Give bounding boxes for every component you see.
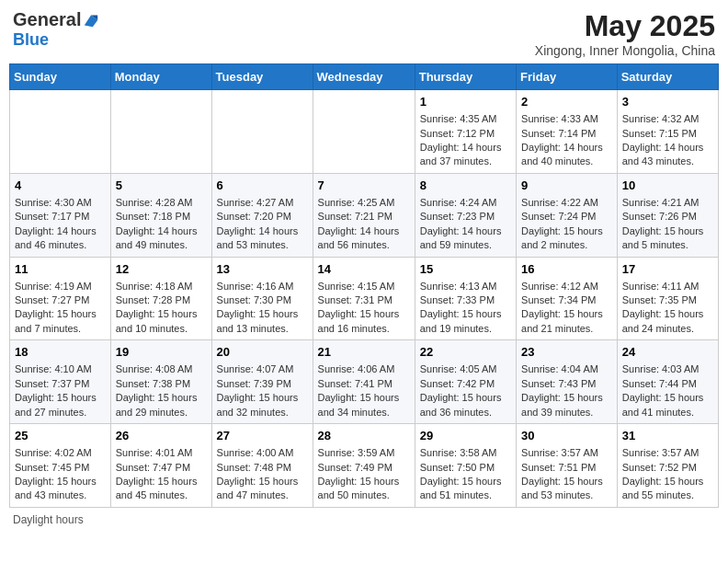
day-number: 12: [116, 261, 207, 278]
day-number: 25: [15, 428, 106, 444]
col-header-tuesday: Tuesday: [211, 64, 313, 90]
day-number: 29: [420, 428, 511, 444]
day-info: Sunrise: 4:28 AM Sunset: 7:18 PM Dayligh…: [116, 196, 207, 253]
day-info: Sunrise: 4:18 AM Sunset: 7:28 PM Dayligh…: [116, 280, 207, 337]
day-number: 13: [217, 261, 308, 278]
calendar-week-4: 18Sunrise: 4:10 AM Sunset: 7:37 PM Dayli…: [10, 340, 719, 424]
day-number: 20: [217, 344, 308, 361]
day-number: 31: [622, 428, 713, 444]
day-number: 1: [420, 94, 511, 110]
calendar-cell: 4Sunrise: 4:30 AM Sunset: 7:17 PM Daylig…: [10, 173, 111, 257]
calendar-cell: 18Sunrise: 4:10 AM Sunset: 7:37 PM Dayli…: [10, 340, 111, 424]
page-header: General Blue May 2025 Xingong, Inner Mon…: [9, 9, 719, 58]
calendar-cell: 5Sunrise: 4:28 AM Sunset: 7:18 PM Daylig…: [110, 173, 211, 257]
calendar-cell: 22Sunrise: 4:05 AM Sunset: 7:42 PM Dayli…: [415, 340, 516, 424]
daylight-label: Daylight hours: [13, 513, 84, 526]
calendar-cell: 29Sunrise: 3:58 AM Sunset: 7:50 PM Dayli…: [415, 424, 516, 508]
day-number: 21: [318, 344, 410, 361]
day-info: Sunrise: 4:33 AM Sunset: 7:14 PM Dayligh…: [521, 112, 612, 169]
day-info: Sunrise: 4:35 AM Sunset: 7:12 PM Dayligh…: [420, 112, 511, 169]
calendar-table: SundayMondayTuesdayWednesdayThursdayFrid…: [9, 63, 719, 508]
day-number: 22: [420, 344, 511, 361]
day-info: Sunrise: 4:06 AM Sunset: 7:41 PM Dayligh…: [318, 362, 410, 419]
calendar-cell: 31Sunrise: 3:57 AM Sunset: 7:52 PM Dayli…: [617, 424, 718, 508]
day-number: 17: [622, 261, 713, 278]
calendar-cell: 12Sunrise: 4:18 AM Sunset: 7:28 PM Dayli…: [110, 257, 211, 340]
calendar-cell: 15Sunrise: 4:13 AM Sunset: 7:33 PM Dayli…: [415, 257, 516, 340]
calendar-cell: 26Sunrise: 4:01 AM Sunset: 7:47 PM Dayli…: [110, 424, 211, 508]
calendar-cell: 27Sunrise: 4:00 AM Sunset: 7:48 PM Dayli…: [211, 424, 313, 508]
day-info: Sunrise: 4:27 AM Sunset: 7:20 PM Dayligh…: [217, 196, 308, 253]
logo-blue-text: Blue: [13, 30, 49, 49]
day-info: Sunrise: 4:04 AM Sunset: 7:43 PM Dayligh…: [521, 362, 612, 419]
day-number: 27: [217, 428, 308, 444]
day-number: 7: [318, 178, 410, 194]
day-info: Sunrise: 4:12 AM Sunset: 7:34 PM Dayligh…: [521, 280, 612, 337]
calendar-header-row: SundayMondayTuesdayWednesdayThursdayFrid…: [10, 64, 719, 90]
calendar-cell: 30Sunrise: 3:57 AM Sunset: 7:51 PM Dayli…: [517, 424, 618, 508]
calendar-cell: [110, 90, 211, 174]
calendar-week-3: 11Sunrise: 4:19 AM Sunset: 7:27 PM Dayli…: [10, 257, 719, 340]
day-info: Sunrise: 4:00 AM Sunset: 7:48 PM Dayligh…: [217, 446, 308, 503]
logo-general-text: General: [13, 9, 81, 30]
logo: General Blue: [13, 9, 99, 50]
day-info: Sunrise: 3:58 AM Sunset: 7:50 PM Dayligh…: [420, 446, 511, 503]
day-info: Sunrise: 4:13 AM Sunset: 7:33 PM Dayligh…: [420, 280, 511, 337]
title-block: May 2025 Xingong, Inner Mongolia, China: [535, 9, 715, 58]
col-header-monday: Monday: [110, 64, 211, 90]
day-number: 16: [521, 261, 612, 278]
logo-icon: [83, 12, 99, 29]
calendar-cell: 17Sunrise: 4:11 AM Sunset: 7:35 PM Dayli…: [617, 257, 718, 340]
calendar-cell: 8Sunrise: 4:24 AM Sunset: 7:23 PM Daylig…: [415, 173, 516, 257]
calendar-cell: 13Sunrise: 4:16 AM Sunset: 7:30 PM Dayli…: [211, 257, 313, 340]
day-number: 30: [521, 428, 612, 444]
calendar-cell: 23Sunrise: 4:04 AM Sunset: 7:43 PM Dayli…: [517, 340, 618, 424]
month-title: May 2025: [535, 9, 715, 43]
calendar-cell: 10Sunrise: 4:21 AM Sunset: 7:26 PM Dayli…: [617, 173, 718, 257]
day-info: Sunrise: 4:02 AM Sunset: 7:45 PM Dayligh…: [15, 446, 106, 503]
day-info: Sunrise: 4:10 AM Sunset: 7:37 PM Dayligh…: [15, 362, 106, 419]
day-number: 23: [521, 344, 612, 361]
day-number: 3: [622, 94, 713, 110]
day-number: 4: [15, 178, 106, 194]
calendar-body: 1Sunrise: 4:35 AM Sunset: 7:12 PM Daylig…: [10, 90, 719, 508]
day-info: Sunrise: 4:01 AM Sunset: 7:47 PM Dayligh…: [116, 446, 207, 503]
calendar-cell: [211, 90, 313, 174]
calendar-cell: 24Sunrise: 4:03 AM Sunset: 7:44 PM Dayli…: [617, 340, 718, 424]
col-header-thursday: Thursday: [415, 64, 516, 90]
day-number: 8: [420, 178, 511, 194]
day-info: Sunrise: 3:59 AM Sunset: 7:49 PM Dayligh…: [318, 446, 410, 503]
calendar-cell: 9Sunrise: 4:22 AM Sunset: 7:24 PM Daylig…: [517, 173, 618, 257]
day-info: Sunrise: 4:15 AM Sunset: 7:31 PM Dayligh…: [318, 280, 410, 337]
footer: Daylight hours: [9, 513, 719, 526]
calendar-cell: 28Sunrise: 3:59 AM Sunset: 7:49 PM Dayli…: [313, 424, 415, 508]
calendar-cell: 14Sunrise: 4:15 AM Sunset: 7:31 PM Dayli…: [313, 257, 415, 340]
calendar-cell: 6Sunrise: 4:27 AM Sunset: 7:20 PM Daylig…: [211, 173, 313, 257]
calendar-cell: 2Sunrise: 4:33 AM Sunset: 7:14 PM Daylig…: [517, 90, 618, 174]
day-info: Sunrise: 4:32 AM Sunset: 7:15 PM Dayligh…: [622, 112, 713, 169]
day-number: 5: [116, 178, 207, 194]
day-info: Sunrise: 4:19 AM Sunset: 7:27 PM Dayligh…: [15, 280, 106, 337]
calendar-week-2: 4Sunrise: 4:30 AM Sunset: 7:17 PM Daylig…: [10, 173, 719, 257]
location-title: Xingong, Inner Mongolia, China: [535, 43, 715, 58]
day-number: 24: [622, 344, 713, 361]
col-header-sunday: Sunday: [10, 64, 111, 90]
day-number: 19: [116, 344, 207, 361]
day-number: 10: [622, 178, 713, 194]
day-info: Sunrise: 4:08 AM Sunset: 7:38 PM Dayligh…: [116, 362, 207, 419]
day-info: Sunrise: 4:22 AM Sunset: 7:24 PM Dayligh…: [521, 196, 612, 253]
day-number: 6: [217, 178, 308, 194]
day-info: Sunrise: 4:03 AM Sunset: 7:44 PM Dayligh…: [622, 362, 713, 419]
day-info: Sunrise: 4:25 AM Sunset: 7:21 PM Dayligh…: [318, 196, 410, 253]
calendar-cell: 11Sunrise: 4:19 AM Sunset: 7:27 PM Dayli…: [10, 257, 111, 340]
col-header-friday: Friday: [517, 64, 618, 90]
calendar-cell: 21Sunrise: 4:06 AM Sunset: 7:41 PM Dayli…: [313, 340, 415, 424]
calendar-week-1: 1Sunrise: 4:35 AM Sunset: 7:12 PM Daylig…: [10, 90, 719, 174]
day-info: Sunrise: 4:05 AM Sunset: 7:42 PM Dayligh…: [420, 362, 511, 419]
day-info: Sunrise: 4:16 AM Sunset: 7:30 PM Dayligh…: [217, 280, 308, 337]
day-info: Sunrise: 3:57 AM Sunset: 7:51 PM Dayligh…: [521, 446, 612, 503]
calendar-cell: 20Sunrise: 4:07 AM Sunset: 7:39 PM Dayli…: [211, 340, 313, 424]
day-info: Sunrise: 4:30 AM Sunset: 7:17 PM Dayligh…: [15, 196, 106, 253]
calendar-cell: 1Sunrise: 4:35 AM Sunset: 7:12 PM Daylig…: [415, 90, 516, 174]
calendar-cell: 16Sunrise: 4:12 AM Sunset: 7:34 PM Dayli…: [517, 257, 618, 340]
